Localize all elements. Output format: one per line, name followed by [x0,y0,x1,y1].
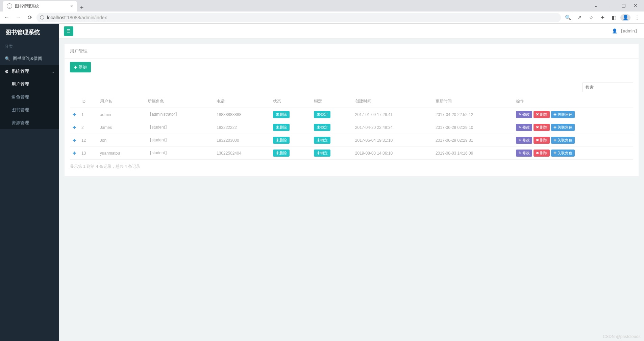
table-row: ✚ 1 admin 【administrator】 18888888888 未删… [70,108,633,121]
cell-phone: 1832203000 [214,134,270,147]
zoom-icon[interactable]: 🔍 [563,15,573,21]
edit-button[interactable]: ✎ 修改 [516,137,532,144]
delete-button[interactable]: ✖ 删除 [534,124,550,131]
col-status[interactable]: 状态 [270,95,311,108]
toggle-sidebar-button[interactable]: ☰ [64,26,73,36]
cell-lock: 未锁定 [311,108,352,121]
sidepanel-icon[interactable]: ◧ [609,15,619,21]
browser-tab[interactable]: 图书管理系统 × [3,1,77,12]
cell-username: yuanmatou [97,147,145,160]
panel: 用户管理 ✚ 添加 ID 用户名 所属角色 [65,44,639,176]
col-updated[interactable]: 更新时间 [433,95,513,108]
sidebar: 图书管理系统 分类 🔍 图书查询&借阅 ⚙ 系统管理 ⌄ 用户管理 角色管理 图… [0,24,59,341]
assign-role-button[interactable]: ✚ 关联角色 [551,124,575,131]
gear-icon: ⚙ [5,69,9,74]
sidebar-item-role[interactable]: 角色管理 [0,91,59,104]
extensions-icon[interactable]: ✦ [597,15,608,21]
plus-icon: ✚ [553,151,556,155]
user-table: ID 用户名 所属角色 电话 状态 锁定 创建时间 更新时间 操作 ✚ 1 ad… [70,95,633,160]
cell-status: 未删除 [270,121,311,134]
status-badge[interactable]: 未删除 [273,111,290,118]
plus-icon: ✚ [553,112,556,117]
lock-badge[interactable]: 未锁定 [314,111,330,118]
delete-button[interactable]: ✖ 删除 [534,137,550,144]
main-header: ☰ 👤 【admin】 [59,24,644,39]
edit-icon: ✎ [518,112,521,117]
col-phone[interactable]: 电话 [214,95,270,108]
add-button[interactable]: ✚ 添加 [70,62,91,72]
cell-phone: 13022502404 [214,147,270,160]
search-input[interactable] [583,83,633,92]
back-button[interactable]: ← [2,13,11,22]
browser-toolbar: ← → ⟳ ⓘ localhost:18088/admin/index 🔍 ↗ … [0,12,644,24]
assign-role-button[interactable]: ✚ 关联角色 [551,150,575,157]
delete-icon: ✖ [536,138,539,142]
assign-role-button[interactable]: ✚ 关联角色 [551,137,575,144]
col-role[interactable]: 所属角色 [145,95,214,108]
sidebar-category-label: 分类 [0,41,59,52]
col-id[interactable]: ID [79,95,97,108]
chevron-down-icon[interactable]: ⌄ [590,2,601,8]
expand-icon[interactable]: ✚ [70,147,79,160]
expand-icon[interactable]: ✚ [70,108,79,121]
delete-icon: ✖ [536,112,539,117]
close-window-button[interactable]: ✕ [630,3,641,8]
edit-icon: ✎ [518,138,521,142]
assign-role-button[interactable]: ✚ 关联角色 [551,111,575,118]
status-badge[interactable]: 未删除 [273,150,290,157]
sidebar-item-system[interactable]: ⚙ 系统管理 ⌄ [0,65,59,78]
plus-icon: ✚ [74,65,77,70]
browser-chrome: 图书管理系统 × + ⌄ — ▢ ✕ ← → ⟳ ⓘ localhost:180… [0,0,644,24]
add-button-label: 添加 [79,64,87,70]
col-username[interactable]: 用户名 [97,95,145,108]
col-created[interactable]: 创建时间 [352,95,433,108]
cell-ops: ✎ 修改 ✖ 删除 ✚ 关联角色 [513,147,633,160]
reload-button[interactable]: ⟳ [25,13,34,22]
cell-ops: ✎ 修改 ✖ 删除 ✚ 关联角色 [513,121,633,134]
plus-icon: ✚ [553,125,556,130]
user-menu[interactable]: 👤 【admin】 [612,28,639,34]
sidebar-item-label: 图书管理 [11,107,29,113]
expand-icon[interactable]: ✚ [70,134,79,147]
cell-role: 【administrator】 [145,108,214,121]
status-badge[interactable]: 未删除 [273,124,290,131]
delete-button[interactable]: ✖ 删除 [534,111,550,118]
panel-title: 用户管理 [65,44,639,59]
minimize-button[interactable]: — [605,3,617,8]
main: ☰ 👤 【admin】 用户管理 ✚ 添加 [59,24,644,341]
forward-button[interactable]: → [14,13,23,22]
close-icon[interactable]: × [70,3,73,9]
cell-lock: 未锁定 [311,121,352,134]
sidebar-item-resource[interactable]: 资源管理 [0,116,59,129]
cell-id: 13 [79,147,97,160]
cell-lock: 未锁定 [311,147,352,160]
sidebar-item-book[interactable]: 图书管理 [0,104,59,116]
cell-updated: 2019-08-03 14:16:09 [433,147,513,160]
delete-button[interactable]: ✖ 删除 [534,150,550,157]
sidebar-item-book-query[interactable]: 🔍 图书查询&借阅 [0,52,59,65]
cell-created: 2017-04-20 22:48:34 [352,121,433,134]
status-badge[interactable]: 未删除 [273,137,290,144]
edit-button[interactable]: ✎ 修改 [516,150,532,157]
address-bar[interactable]: ⓘ localhost:18088/admin/index [36,13,561,22]
maximize-button[interactable]: ▢ [618,3,629,8]
new-tab-button[interactable]: + [77,4,86,12]
cell-phone: 18888888888 [214,108,270,121]
expand-icon[interactable]: ✚ [70,121,79,134]
share-icon[interactable]: ↗ [574,15,585,21]
info-icon: ⓘ [40,15,44,21]
col-ops[interactable]: 操作 [513,95,633,108]
cell-role: 【student】 [145,121,214,134]
lock-badge[interactable]: 未锁定 [314,137,330,144]
edit-button[interactable]: ✎ 修改 [516,124,532,131]
lock-badge[interactable]: 未锁定 [314,150,330,157]
edit-button[interactable]: ✎ 修改 [516,111,532,118]
bookmark-icon[interactable]: ☆ [586,15,596,21]
menu-icon[interactable]: ⋮ [632,15,642,21]
col-lock[interactable]: 锁定 [311,95,352,108]
lock-badge[interactable]: 未锁定 [314,124,330,131]
sidebar-item-user[interactable]: 用户管理 [0,78,59,91]
delete-icon: ✖ [536,151,539,155]
cell-role: 【student】 [145,147,214,160]
profile-avatar[interactable]: 👤 [620,14,630,21]
